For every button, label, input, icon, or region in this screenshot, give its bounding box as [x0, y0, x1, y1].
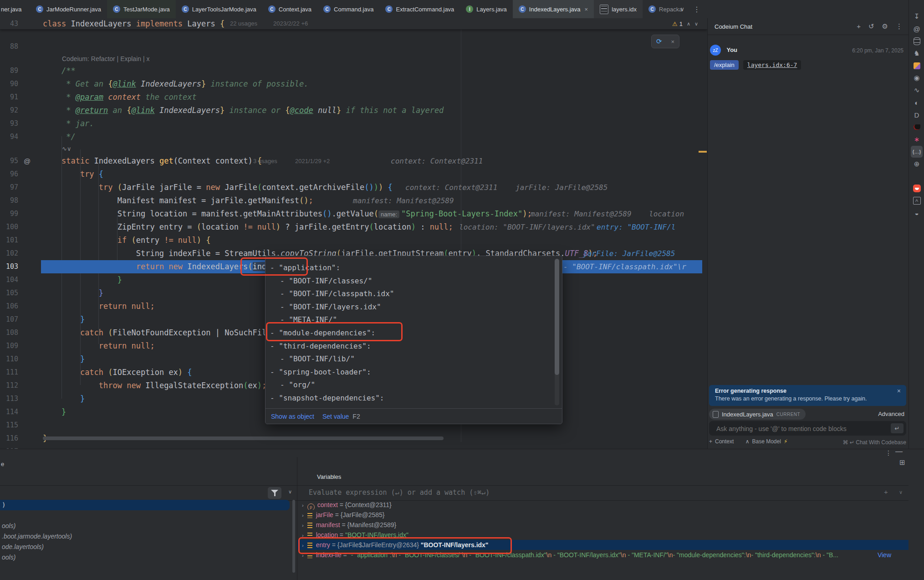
dictionary-icon[interactable]: A	[911, 195, 923, 206]
inlay-row-ai[interactable]: ∿∨	[0, 144, 707, 154]
view-link[interactable]: View	[878, 550, 891, 560]
half-icon[interactable]: ◒	[911, 207, 923, 219]
globe-icon[interactable]: ⊕	[911, 158, 923, 170]
wheel-icon[interactable]: ◉	[911, 72, 923, 84]
model-selector[interactable]: ∧Base Model⚡	[745, 438, 788, 445]
d-letter-icon[interactable]: D	[911, 109, 923, 121]
filter-icon[interactable]	[268, 487, 281, 499]
frame-row[interactable]: ools)	[0, 552, 290, 563]
expand-chevron-icon[interactable]: ›	[302, 503, 304, 508]
code-line-101[interactable]: 101 if (entry != null) {	[0, 234, 707, 247]
code-line-117[interactable]: 117	[0, 445, 707, 449]
expand-chevron-icon[interactable]: ›	[302, 543, 304, 548]
codeium-actions-hint[interactable]: Codeium: Refactor | Explain | x	[62, 53, 149, 64]
tab-layers-java[interactable]: ILayers.java	[460, 0, 512, 18]
horizontal-scrollbar[interactable]	[43, 436, 444, 440]
database-icon[interactable]	[911, 35, 923, 47]
set-value-link[interactable]: Set value	[322, 413, 349, 420]
codeium-inline-icon[interactable]: ∿∨	[62, 144, 71, 154]
popup-row[interactable]: - "BOOT-INF/layers.idx"	[270, 301, 550, 313]
new-chat-icon[interactable]: +	[857, 22, 861, 31]
next-warning-chevron-icon[interactable]: ∨	[694, 21, 698, 27]
close-icon[interactable]: ×	[897, 387, 901, 395]
code-line-92[interactable]: 92 * @return an {@link IndexedLayers} in…	[0, 104, 707, 117]
popup-row[interactable]: - "BOOT-INF/lib/"	[270, 353, 550, 365]
close-icon[interactable]: ×	[671, 38, 674, 45]
tab-list-chevron-icon[interactable]: ∨	[680, 0, 684, 18]
code-line-96[interactable]: 96 try {	[0, 168, 707, 181]
tab-context-java[interactable]: CContext.java	[262, 0, 317, 18]
variable-row-jarFile[interactable]: ›jarFile = {JarFile@2585}	[297, 510, 909, 520]
context-file-pill[interactable]: IndexedLayers.java CURRENT	[709, 409, 806, 420]
app-icon[interactable]	[911, 182, 923, 194]
send-enter-icon[interactable]: ↵	[891, 423, 904, 433]
panel-kebab-icon[interactable]: ⋮	[885, 449, 892, 457]
frame-row[interactable]: .boot.jarmode.layertools)	[0, 531, 290, 542]
popup-scrollbar[interactable]	[555, 259, 559, 405]
braces-icon[interactable]: {…}	[911, 146, 923, 158]
code-line-88[interactable]: 88	[0, 40, 707, 53]
more-kebab-icon[interactable]: ⋮	[896, 22, 903, 31]
tab-command-java[interactable]: CCommand.java	[317, 0, 379, 18]
gradle-icon[interactable]: ♞	[911, 47, 923, 59]
variable-row-manifest[interactable]: ›manifest = {Manifest@2589}	[297, 520, 909, 530]
tab-layertoolsjarmode-java[interactable]: CLayerToolsJarMode.java	[176, 0, 262, 18]
code-line-98[interactable]: 98 Manifest manifest = jarFile.getManife…	[0, 194, 707, 207]
inlay-row-actions[interactable]: Codeium: Refactor | Explain | x	[0, 53, 707, 64]
prev-warning-chevron-icon[interactable]: ∧	[687, 21, 690, 27]
expand-chevron-icon[interactable]: ›	[302, 533, 304, 538]
variables-tab[interactable]: Variables	[317, 473, 341, 480]
popup-row[interactable]: - "spring-boot-loader":	[270, 366, 550, 379]
popup-row[interactable]: - "BOOT-INF/classes/"	[270, 275, 550, 287]
advanced-link[interactable]: Advanced	[878, 411, 904, 417]
variable-row-location[interactable]: ›location = "BOOT-INF/layers.idx"	[297, 530, 909, 540]
evaluate-expression-field[interactable]: Evaluate expression (↵) or add a watch (…	[309, 488, 490, 497]
tab-extractcommand-java[interactable]: CExtractCommand.java	[379, 0, 460, 18]
code-line-99[interactable]: 99 String location = manifest.getMainAtt…	[0, 207, 707, 221]
code-line-89[interactable]: 89 /**	[0, 64, 707, 77]
tab-ner-java[interactable]: ner.java	[0, 0, 30, 18]
code-line-90[interactable]: 90 * Get an {@link IndexedLayers} instan…	[0, 77, 707, 91]
gear-icon[interactable]: ⚙	[882, 22, 888, 31]
explain-command-chip[interactable]: /explain	[710, 60, 739, 70]
warning-icon[interactable]: ⚠	[672, 21, 678, 27]
frames-chevron-icon[interactable]: ∨	[288, 489, 292, 495]
watches-chevron-icon[interactable]: ∨	[899, 489, 903, 495]
code-line-93[interactable]: 93 * jar.	[0, 117, 707, 130]
tab-jarmoderunner-java[interactable]: CJarModeRunner.java	[30, 0, 107, 18]
popup-row[interactable]: - "application":	[270, 262, 550, 274]
code-line-91[interactable]: 91 * @param context the context	[0, 91, 707, 104]
popup-row[interactable]: - "META-INF/"	[270, 313, 550, 326]
popup-row[interactable]: - "BOOT-INF/classpath.idx"	[270, 287, 550, 300]
frames-scrollbar[interactable]	[292, 500, 295, 573]
add-watch-icon[interactable]: +	[884, 488, 888, 496]
chat-input-box[interactable]: ↵	[709, 421, 906, 436]
chat-with-codebase-shortcut[interactable]: ⌘ ↵ Chat With Codebase	[843, 439, 906, 446]
ai-refresh-icon[interactable]: ⟳	[656, 37, 662, 46]
code-editor[interactable]: 88Codeium: Refactor | Explain | x89 /**9…	[0, 18, 707, 449]
popup-row[interactable]: - "module-dependencies":	[270, 327, 550, 339]
add-context-button[interactable]: +Context	[709, 438, 734, 445]
code-line-100[interactable]: 100 ZipEntry entry = (location != null) …	[0, 221, 707, 234]
warning-stripe-mark[interactable]	[699, 151, 707, 153]
frame-row-selected[interactable]: )	[0, 500, 290, 510]
tab-options-kebab-icon[interactable]: ⋮	[693, 0, 700, 18]
variable-row-entry[interactable]: ›entry = {JarFile$JarFileEntry@2634} "BO…	[297, 540, 909, 550]
tab-testjarmode-java[interactable]: CTestJarMode.java	[107, 0, 176, 18]
coverage-icon[interactable]: ◐	[911, 97, 923, 108]
popup-row[interactable]: - "third-dependencies":	[270, 340, 550, 353]
shuriken-icon[interactable]: ∗	[911, 133, 923, 145]
minimize-icon[interactable]: —	[895, 447, 903, 456]
close-icon[interactable]: ×	[585, 6, 588, 13]
package-icon[interactable]	[911, 60, 923, 72]
tab-indexedlayers-java[interactable]: CIndexedLayers.java×	[513, 0, 594, 18]
expand-chevron-icon[interactable]: ›	[302, 523, 304, 528]
layout-settings-icon[interactable]: ⊞	[899, 458, 905, 467]
code-line-94[interactable]: 94 */	[0, 130, 707, 144]
frame-row[interactable]: ools)	[0, 521, 290, 531]
codeium-icon[interactable]: ∿	[911, 84, 923, 96]
variable-row-context[interactable]: ›pcontext = {Context@2311}	[297, 500, 909, 510]
download-icon[interactable]: ↧	[911, 10, 923, 22]
spring-icon[interactable]: @	[911, 23, 923, 35]
ai-floating-toolbar[interactable]: ⟳ ×	[651, 35, 679, 48]
